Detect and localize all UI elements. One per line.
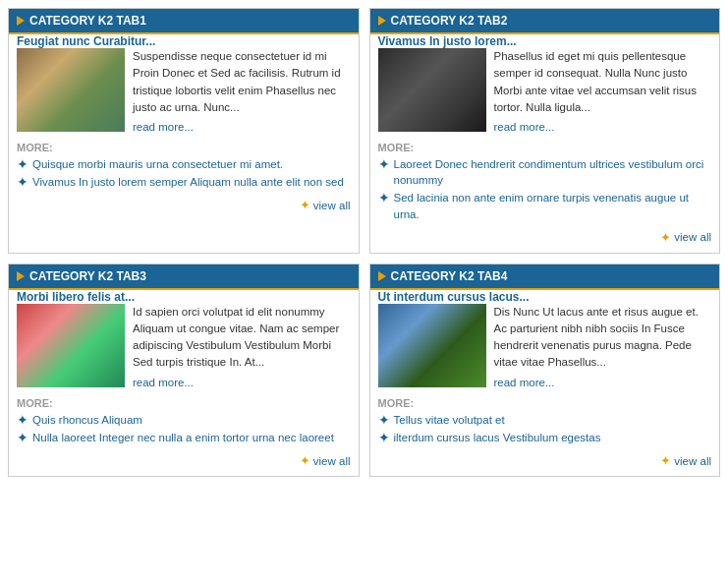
more-list-item: ✦ ilterdum cursus lacus Vestibulum egest… xyxy=(378,430,712,445)
image-placeholder xyxy=(378,48,486,132)
view-all-link[interactable]: ✦ view all xyxy=(660,453,711,468)
image-placeholder xyxy=(17,304,125,387)
article-image xyxy=(17,304,125,387)
category-title: CATEGORY K2 TAB3 xyxy=(29,269,146,283)
more-item-link[interactable]: Quis rhoncus Aliquam xyxy=(32,412,142,428)
more-list-item: ✦ Quisque morbi mauris urna consectetuer… xyxy=(17,156,351,172)
category-title: CATEGORY K2 TAB2 xyxy=(391,14,508,28)
more-label: MORE: xyxy=(378,142,712,153)
image-placeholder xyxy=(17,48,125,132)
header-arrow-icon xyxy=(378,16,386,26)
view-all-label: view all xyxy=(674,231,711,243)
more-label: MORE: xyxy=(17,397,351,409)
view-all-row: ✦ view all xyxy=(370,226,720,245)
header-arrow-icon xyxy=(378,271,386,281)
view-all-link[interactable]: ✦ view all xyxy=(300,198,351,212)
view-all-icon: ✦ xyxy=(300,453,310,468)
category-box-2: CATEGORY K2 TAB2 Vivamus In justo lorem.… xyxy=(369,8,721,254)
article-content: Dis Nunc Ut lacus ante et risus augue et… xyxy=(370,304,720,391)
more-list: ✦ Tellus vitae volutpat et ✦ ilterdum cu… xyxy=(378,412,712,445)
bullet-icon: ✦ xyxy=(17,413,28,427)
more-section: MORE: ✦ Quisque morbi mauris urna consec… xyxy=(9,136,359,194)
more-list-item: ✦ Nulla laoreet Integer nec nulla a enim… xyxy=(17,430,351,445)
read-more-link[interactable]: read more... xyxy=(494,375,712,391)
more-label: MORE: xyxy=(378,397,712,409)
more-list: ✦ Quisque morbi mauris urna consectetuer… xyxy=(17,156,351,190)
article-image xyxy=(378,48,486,132)
more-list-item: ✦ Vivamus In justo lorem semper Aliquam … xyxy=(17,174,351,190)
article-text: Phasellus id eget mi quis pellentesque s… xyxy=(494,48,712,136)
more-item-link[interactable]: Quisque morbi mauris urna consectetuer m… xyxy=(32,156,283,172)
article-text: Dis Nunc Ut lacus ante et risus augue et… xyxy=(494,304,712,391)
header-arrow-icon xyxy=(17,271,25,281)
view-all-link[interactable]: ✦ view all xyxy=(300,453,351,468)
view-all-icon: ✦ xyxy=(660,453,671,468)
read-more-link[interactable]: read more... xyxy=(133,375,351,391)
bullet-icon: ✦ xyxy=(378,413,390,427)
category-title: CATEGORY K2 TAB1 xyxy=(29,14,146,28)
bullet-icon: ✦ xyxy=(17,431,28,444)
view-all-label: view all xyxy=(313,200,351,211)
category-title: CATEGORY K2 TAB4 xyxy=(391,269,508,283)
more-item-link[interactable]: ilterdum cursus lacus Vestibulum egestas xyxy=(394,430,601,445)
more-list-item: ✦ Sed lacinia non ante enim ornare turpi… xyxy=(378,190,712,221)
more-section: MORE: ✦ Laoreet Donec hendrerit condimen… xyxy=(370,136,720,225)
more-list: ✦ Laoreet Donec hendrerit condimentum ul… xyxy=(378,156,712,221)
more-item-link[interactable]: Sed lacinia non ante enim ornare turpis … xyxy=(394,190,712,221)
more-list-item: ✦ Quis rhoncus Aliquam xyxy=(17,412,351,428)
more-list-item: ✦ Tellus vitae volutpat et xyxy=(378,412,712,428)
view-all-label: view all xyxy=(313,455,351,467)
image-placeholder xyxy=(378,304,486,387)
view-all-row: ✦ view all xyxy=(9,449,359,468)
more-label: MORE: xyxy=(17,142,351,153)
article-image xyxy=(378,304,486,387)
article-image xyxy=(17,48,125,132)
category-box-1: CATEGORY K2 TAB1 Feugiat nunc Curabitur.… xyxy=(8,8,360,254)
bullet-icon: ✦ xyxy=(17,157,28,171)
article-text: Id sapien orci volutpat id elit nonummy … xyxy=(133,304,351,391)
more-item-link[interactable]: Nulla laoreet Integer nec nulla a enim t… xyxy=(32,430,334,445)
more-list: ✦ Quis rhoncus Aliquam ✦ Nulla laoreet I… xyxy=(17,412,351,445)
bullet-icon: ✦ xyxy=(17,175,28,189)
category-box-4: CATEGORY K2 TAB4 Ut interdum cursus lacu… xyxy=(369,263,721,477)
view-all-icon: ✦ xyxy=(660,230,671,245)
view-all-label: view all xyxy=(674,455,711,467)
more-item-link[interactable]: Vivamus In justo lorem semper Aliquam nu… xyxy=(32,174,344,190)
main-grid: CATEGORY K2 TAB1 Feugiat nunc Curabitur.… xyxy=(0,0,728,485)
more-section: MORE: ✦ Quis rhoncus Aliquam ✦ Nulla lao… xyxy=(9,391,359,449)
bullet-icon: ✦ xyxy=(378,157,390,171)
category-box-3: CATEGORY K2 TAB3 Morbi libero felis at..… xyxy=(8,263,360,477)
more-section: MORE: ✦ Tellus vitae volutpat et ✦ ilter… xyxy=(370,391,720,449)
article-content: Suspendisse neque consectetuer id mi Pro… xyxy=(9,48,359,136)
more-item-link[interactable]: Laoreet Donec hendrerit condimentum ultr… xyxy=(394,156,712,188)
bullet-icon: ✦ xyxy=(378,431,390,444)
article-content: Id sapien orci volutpat id elit nonummy … xyxy=(9,304,359,391)
read-more-link[interactable]: read more... xyxy=(494,119,712,136)
article-content: Phasellus id eget mi quis pellentesque s… xyxy=(370,48,720,136)
view-all-link[interactable]: ✦ view all xyxy=(660,230,711,245)
more-item-link[interactable]: Tellus vitae volutpat et xyxy=(394,412,505,428)
view-all-icon: ✦ xyxy=(300,198,310,212)
view-all-row: ✦ view all xyxy=(9,194,359,212)
more-list-item: ✦ Laoreet Donec hendrerit condimentum ul… xyxy=(378,156,712,188)
article-text: Suspendisse neque consectetuer id mi Pro… xyxy=(133,48,351,136)
read-more-link[interactable]: read more... xyxy=(133,119,351,136)
header-arrow-icon xyxy=(17,16,25,26)
view-all-row: ✦ view all xyxy=(370,449,720,468)
bullet-icon: ✦ xyxy=(378,191,390,205)
